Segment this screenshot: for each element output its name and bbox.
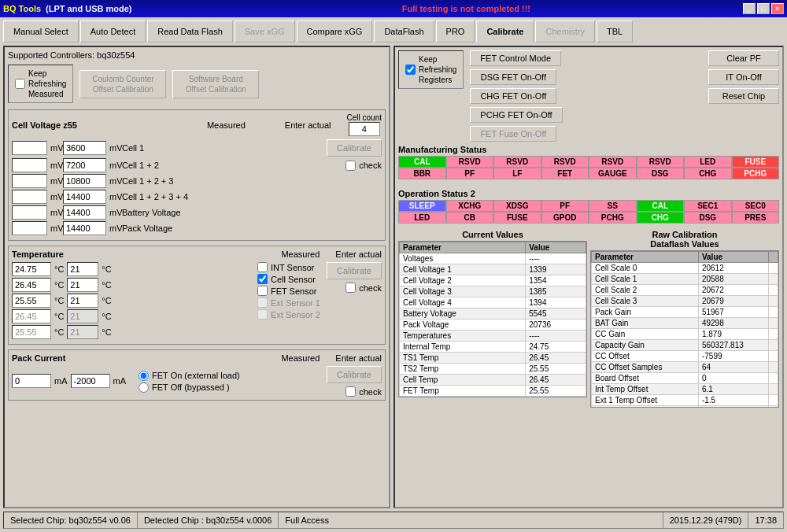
pack-actual-input[interactable] [63,221,106,235]
minimize-button[interactable]: _ [743,3,756,14]
ext1-sensor-label: Ext Sensor 1 [271,298,320,308]
tab-chemistry[interactable]: Chemistry [535,20,595,42]
tab-auto-detect[interactable]: Auto Detect [80,20,146,42]
it-on-off-btn[interactable]: IT On-Off [708,69,779,85]
cell2-measured-input[interactable] [12,158,47,172]
tab-read-data-flash[interactable]: Read Data Flash [147,20,233,42]
raw-cal-panel: Raw Calibration Dataflash Values Paramet… [590,230,779,504]
bat-measured-input[interactable] [12,205,47,220]
fet-on-radio[interactable] [139,371,149,381]
op-cell-pchg: PCHG [589,212,637,224]
fet-off-text: FET Off (bypassed ) [152,382,230,392]
fet-sensor-checkbox[interactable] [257,286,268,296]
tab-save-xgg[interactable]: Save xGG [235,20,295,42]
bat-actual-input[interactable] [63,205,106,220]
table-row: Cell Scale 020612 [592,263,778,274]
temp-calibrate-btn[interactable]: Calibrate [327,262,382,279]
mfg-cell-pchg: PCHG [732,168,780,179]
keep-refreshing-measured-box: KeepRefreshingMeasured [8,65,73,103]
time-segment: 17:38 [748,512,783,528]
int-sensor-checkbox[interactable] [257,262,268,272]
temp1-measured-input[interactable] [12,262,51,276]
pack-check-checkbox[interactable] [345,386,356,397]
bat-actual-mv-label: mV [109,208,119,217]
pack-measured-input[interactable] [12,374,51,388]
fet-off-radio[interactable] [139,382,149,393]
temp-row-3: °C °C [12,294,251,308]
temp5-measured-input[interactable] [12,325,51,339]
temp2-measured-input[interactable] [12,278,51,292]
op-cell-gpod: GPOD [541,212,589,224]
fet-control-mode-btn[interactable]: FET Control Mode [470,50,561,66]
mfg-row-1: CAL RSVD RSVD RSVD RSVD RSVD LED FUSE [398,156,779,168]
tab-calibrate[interactable]: Calibrate [476,20,534,42]
cell-count-input[interactable] [349,122,380,136]
table-row: Cell Temp26.45 [400,375,586,386]
temp1-actual-input[interactable] [67,262,98,276]
cell1-actual-input[interactable] [63,141,106,155]
tab-tbl[interactable]: TBL [597,20,633,42]
cell2-actual-input[interactable] [63,158,106,172]
pack-actual-input[interactable] [71,374,110,388]
temp4-actual-input[interactable] [67,309,98,323]
chg-fet-btn[interactable]: CHG FET On-Off [470,88,556,104]
fet-on-text: FET On (external load) [152,371,240,380]
cell-check-checkbox[interactable] [345,161,356,171]
pack-measured-input[interactable] [12,221,47,235]
clear-pf-btn[interactable]: Clear PF [708,50,779,66]
int-sensor-label: INT Sensor [271,263,314,272]
temp5-actual-input[interactable] [67,325,98,339]
temp2-actual-input[interactable] [67,278,98,292]
temp1-unit-a: °C [102,264,111,274]
cell3-desc: Cell 1 + 2 + 3 [122,176,173,186]
keep-refreshing-registers-checkbox[interactable] [405,65,416,75]
coulomb-counter-btn: Coulomb CounterOffset Calibration [79,70,166,98]
temp3-measured-input[interactable] [12,294,51,308]
keep-refreshing-measured-checkbox[interactable] [15,79,25,89]
reset-chip-btn[interactable]: Reset Chip [708,88,779,104]
table-row: Internal Temp24.75 [400,342,586,353]
cell4-measured-input[interactable] [12,190,47,204]
access-level-label: Full Access [285,515,329,525]
table-row: CC Offset Samples64 [592,362,778,373]
rc-scroll-header[interactable] [769,252,778,263]
cell2-desc: Cell 1 + 2 [122,161,159,170]
tab-manual-select[interactable]: Manual Select [3,20,79,42]
cell-sensor-checkbox[interactable] [257,274,268,284]
tab-dataflash[interactable]: DataFlash [374,20,434,42]
cell4-mv-label: mV [50,192,60,201]
pack-desc: Pack Voltage [122,224,172,233]
ext2-sensor-checkbox[interactable] [257,309,268,320]
table-row: Pack Gain51967 [592,307,778,318]
temp5-unit-m: °C [54,327,64,337]
temp4-measured-input[interactable] [12,309,51,323]
maximize-button[interactable]: □ [757,3,770,14]
cv-value-header: Value [526,242,586,253]
table-row: TS1 Temp26.45 [400,353,586,364]
pack-current-section: Pack Current Measured Enter actual mA mA [8,349,386,401]
tab-compare-xgg[interactable]: Compare xGG [297,20,373,42]
temp-check-checkbox[interactable] [345,283,356,293]
close-button[interactable]: × [771,3,784,14]
manufacturing-status-section: Manufacturing Status CAL RSVD RSVD RSVD … [398,145,779,179]
tab-pro[interactable]: PRO [436,20,475,42]
cell3-actual-input[interactable] [63,174,106,188]
mfg-cell-rsvd1: RSVD [446,156,494,168]
mfg-cell-rsvd5: RSVD [637,156,685,168]
op-cell-sec0: SEC0 [732,200,780,212]
table-row: Voltages---- [400,253,586,264]
cell-voltage-calibrate-btn[interactable]: Calibrate [327,139,382,157]
keep-refreshing-registers-box: KeepRefreshingRegisters [398,50,464,89]
pack-calibrate-btn[interactable]: Calibrate [327,366,382,383]
cell4-actual-input[interactable] [63,190,106,204]
cell3-measured-input[interactable] [12,174,47,188]
table-row: BAT Gain49298 [592,318,778,329]
temp3-actual-input[interactable] [67,294,98,308]
table-row: FET Temp25.55 [400,386,586,397]
pchg-fet-btn[interactable]: PCHG FET On-Off [470,107,562,123]
fet-fuse-btn[interactable]: FET Fuse On-Off [470,126,556,142]
dsg-fet-btn[interactable]: DSG FET On-Off [470,69,556,85]
mfg-row-2: BBR PF LF FET GAUGE DSG CHG PCHG [398,168,779,179]
cell1-measured-input[interactable] [12,141,47,155]
ext1-sensor-checkbox[interactable] [257,297,268,308]
